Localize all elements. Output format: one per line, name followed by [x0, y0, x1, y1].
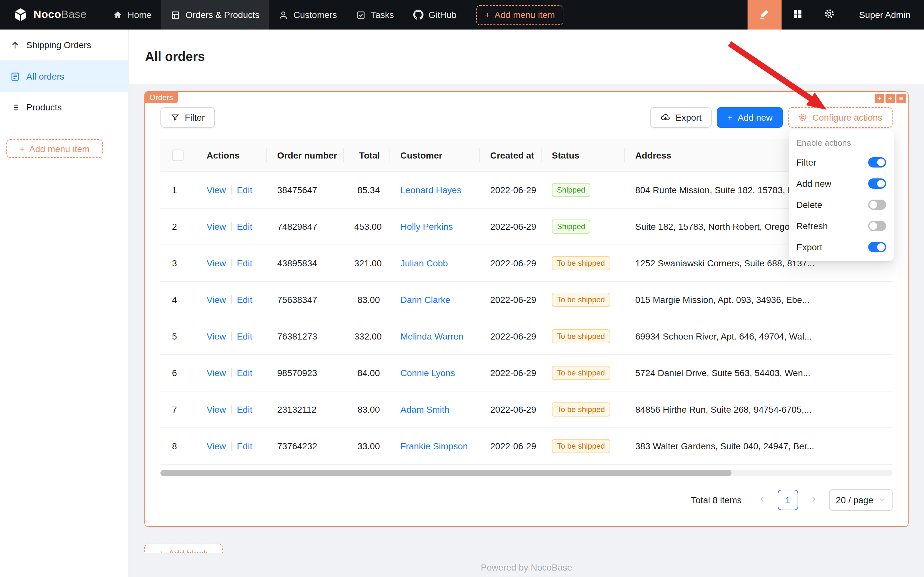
view-link[interactable]: View: [207, 441, 226, 451]
nav-item-customers[interactable]: Customers: [269, 0, 346, 29]
edit-link[interactable]: Edit: [237, 441, 252, 451]
menu-item-delete[interactable]: Delete: [789, 194, 894, 215]
customer-cell: Darin Clarke: [390, 282, 480, 318]
enable-actions-dropdown: Enable actions Filter Add new Delete: [789, 130, 894, 261]
nav-item-label: Orders & Products: [185, 10, 259, 20]
sidebar-add-menu-item-button[interactable]: + Add menu item: [6, 139, 103, 158]
brand-logo[interactable]: NocoBase: [0, 7, 103, 23]
block-menu-icon[interactable]: ≡: [897, 94, 906, 103]
next-page-button[interactable]: [803, 490, 824, 511]
customer-link[interactable]: Holly Perkins: [401, 222, 453, 232]
settings-button[interactable]: [814, 0, 846, 29]
nav-item-orders-products[interactable]: Orders & Products: [161, 0, 269, 29]
status-badge: Shipped: [552, 220, 590, 234]
address-cell: 69934 Schoen River, Apt. 646, 49704, Wal…: [625, 318, 893, 355]
column-header-actions: Actions: [196, 139, 267, 172]
add-block-label: Add block: [169, 548, 208, 554]
view-link[interactable]: View: [207, 295, 226, 305]
switch-knob: [877, 158, 885, 166]
customer-link[interactable]: Connie Lyons: [401, 368, 455, 378]
page-size-select[interactable]: 20 / page: [829, 489, 893, 511]
total-cell: 83.00: [344, 392, 390, 428]
chevron-right-icon: [810, 495, 817, 505]
menu-item-export[interactable]: Export: [789, 236, 894, 257]
toggle-switch[interactable]: [868, 199, 886, 210]
row-index: 5: [160, 318, 196, 355]
select-all-checkbox[interactable]: [172, 150, 184, 161]
scrollbar-thumb[interactable]: [160, 470, 731, 477]
dropdown-title: Enable actions: [789, 133, 894, 152]
export-button[interactable]: Export: [650, 107, 712, 128]
sidebar-item-shipping-orders[interactable]: Shipping Orders: [0, 29, 128, 61]
ui-editor-button[interactable]: [747, 0, 782, 29]
user-menu[interactable]: Super Admin: [846, 10, 924, 20]
customer-cell: Leonard Hayes: [390, 172, 480, 209]
customer-link[interactable]: Frankie Simpson: [401, 441, 468, 451]
nav-item-tasks[interactable]: Tasks: [346, 0, 404, 29]
switch-knob: [877, 243, 885, 251]
filter-button[interactable]: Filter: [160, 107, 215, 128]
vertical-divider: [231, 405, 232, 414]
block-collection-tag: Orders: [145, 92, 177, 103]
row-index: 6: [160, 355, 196, 392]
order-number-cell: 74829847: [267, 209, 344, 245]
status-badge: To be shipped: [552, 366, 610, 380]
add-new-button[interactable]: + Add new: [717, 107, 783, 128]
customer-link[interactable]: Melinda Warren: [401, 332, 464, 342]
page-1-button[interactable]: 1: [778, 490, 798, 511]
edit-link[interactable]: Edit: [237, 222, 252, 232]
view-link[interactable]: View: [207, 258, 226, 269]
view-link[interactable]: View: [207, 405, 226, 415]
row-actions: ViewEdit: [196, 355, 267, 392]
table-row: 6 ViewEdit 98570923 84.00 Connie Lyons 2…: [160, 355, 893, 392]
customer-link[interactable]: Darin Clarke: [401, 295, 451, 305]
sidebar-item-all-orders[interactable]: All orders: [0, 61, 128, 92]
view-link[interactable]: View: [207, 185, 226, 195]
view-link[interactable]: View: [207, 368, 226, 378]
horizontal-scrollbar[interactable]: [160, 470, 893, 477]
edit-link[interactable]: Edit: [237, 258, 252, 269]
edit-link[interactable]: Edit: [237, 368, 252, 378]
nav-item-label: Home: [128, 10, 152, 20]
customer-cell: Connie Lyons: [390, 355, 480, 392]
sidebar-item-products[interactable]: Products: [0, 92, 128, 122]
menu-item-filter[interactable]: Filter: [789, 152, 894, 172]
total-cell: 453.00: [344, 209, 390, 245]
nocobase-logo-icon: [13, 7, 28, 23]
customer-cell: Julian Cobb: [390, 245, 480, 282]
order-number-cell: 75638347: [267, 282, 344, 318]
status-badge: To be shipped: [552, 293, 610, 307]
view-link[interactable]: View: [207, 222, 226, 232]
customer-link[interactable]: Adam Smith: [401, 405, 449, 415]
plugin-manager-button[interactable]: [782, 0, 814, 29]
toggle-switch[interactable]: [868, 221, 886, 231]
customer-link[interactable]: Julian Cobb: [401, 258, 448, 269]
edit-link[interactable]: Edit: [237, 185, 252, 195]
add-column-icon[interactable]: +: [874, 94, 884, 103]
add-menu-item-button[interactable]: + Add menu item: [476, 5, 563, 25]
edit-link[interactable]: Edit: [237, 405, 252, 415]
toggle-switch[interactable]: [868, 178, 886, 189]
customer-link[interactable]: Leonard Hayes: [401, 185, 461, 195]
nav-item-github[interactable]: GitHub: [404, 0, 466, 29]
chevron-left-icon: [758, 495, 766, 505]
plus-icon: +: [485, 10, 490, 20]
configure-actions-button[interactable]: Configure actions: [788, 107, 893, 128]
nav-item-label: GitHub: [429, 10, 457, 20]
view-link[interactable]: View: [207, 332, 226, 342]
add-action-icon[interactable]: +: [885, 94, 895, 103]
sidebar: Shipping Orders All orders Products + Ad…: [0, 29, 129, 577]
prev-page-button[interactable]: [752, 490, 772, 511]
add-block-button[interactable]: + Add block: [144, 544, 223, 554]
status-cell: Shipped: [542, 172, 625, 209]
table-row: 5 ViewEdit 76381273 332.00 Melinda Warre…: [160, 318, 893, 355]
github-icon: [413, 10, 423, 20]
menu-item-add-new[interactable]: Add new: [789, 172, 894, 194]
orders-icon: [171, 10, 180, 19]
toggle-switch[interactable]: [868, 157, 886, 167]
menu-item-refresh[interactable]: Refresh: [789, 215, 894, 236]
edit-link[interactable]: Edit: [237, 295, 252, 305]
toggle-switch[interactable]: [868, 242, 886, 252]
edit-link[interactable]: Edit: [237, 332, 252, 342]
nav-item-home[interactable]: Home: [103, 0, 161, 29]
